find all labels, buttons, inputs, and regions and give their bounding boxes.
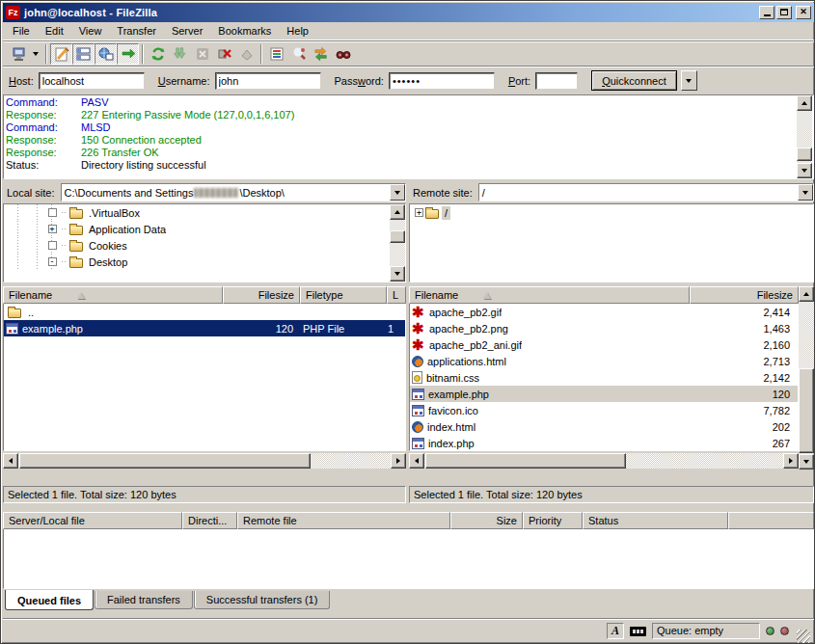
log-line: Response: 150 Connection accepted <box>6 134 811 147</box>
queue-col-direction[interactable]: Directi... <box>182 512 237 529</box>
toggle-transfer-queue-button[interactable] <box>117 43 139 65</box>
directory-filter-button[interactable] <box>265 43 287 65</box>
tree-folder-label[interactable]: Application Data <box>86 223 169 236</box>
php-file-icon <box>412 389 424 400</box>
remote-filename-header[interactable]: Filename <box>409 286 690 304</box>
tree-scroll-up-button[interactable] <box>390 204 405 220</box>
tree-folder-label[interactable]: .VirtualBox <box>86 206 143 220</box>
expander-icon[interactable] <box>48 241 57 250</box>
toggle-remote-tree-button[interactable] <box>95 43 117 65</box>
site-manager-button[interactable] <box>7 43 29 65</box>
menu-item[interactable]: Bookmarks <box>210 23 279 39</box>
file-row[interactable]: apache_pb2.gif 2,414 <box>410 304 798 320</box>
tree-folder-label[interactable]: Desktop <box>86 255 130 269</box>
tree-scroll-down-button[interactable] <box>390 266 405 282</box>
username-input[interactable] <box>215 72 321 90</box>
process-queue-button[interactable] <box>169 43 191 65</box>
local-filename-header[interactable]: Filename <box>3 286 223 304</box>
find-files-button[interactable] <box>332 43 354 65</box>
file-row[interactable]: applications.html 2,713 <box>410 353 798 369</box>
toggle-local-tree-button[interactable] <box>72 43 95 65</box>
reconnect-button[interactable] <box>235 43 258 65</box>
queue-col-priority[interactable]: Priority <box>523 512 583 529</box>
log-scroll-up-button[interactable] <box>797 95 812 111</box>
quickconnect-dropdown-button[interactable] <box>681 70 697 91</box>
queue-header: Server/Local file Directi... Remote file… <box>3 512 814 529</box>
local-filetype-header[interactable]: Filetype <box>300 286 387 304</box>
file-row[interactable]: favicon.ico 7,782 <box>410 402 798 418</box>
remote-site-dropdown-button[interactable] <box>798 184 813 201</box>
file-row[interactable]: bitnami.css 2,142 <box>410 369 798 386</box>
expander-icon[interactable] <box>48 257 57 266</box>
host-input[interactable] <box>39 72 145 90</box>
tree-row[interactable]: Application Data <box>4 221 390 237</box>
menu-item[interactable]: Edit <box>38 23 71 39</box>
file-row[interactable]: .. <box>4 304 405 320</box>
tree-row[interactable]: Desktop <box>4 254 390 270</box>
scroll-left-button[interactable] <box>3 453 18 469</box>
tree-scroll-track[interactable] <box>390 220 405 266</box>
queue-tab[interactable]: Queued files <box>5 590 94 610</box>
local-lastmodified-header[interactable]: L <box>387 286 406 304</box>
minimize-button[interactable] <box>759 6 774 19</box>
tree-folder-label[interactable]: Cookies <box>86 239 130 253</box>
scroll-right-button[interactable] <box>783 453 799 469</box>
queue-tab[interactable]: Failed transfers <box>95 591 193 609</box>
remote-filesize-header[interactable]: Filesize <box>690 286 799 304</box>
log-scroll-thumb[interactable] <box>797 148 812 161</box>
title-bar[interactable]: Fz john@localhost - FileZilla ✕ <box>3 3 814 22</box>
expander-icon[interactable] <box>48 225 57 233</box>
queue-list[interactable] <box>3 529 814 589</box>
resize-grip[interactable] <box>797 630 810 643</box>
directory-comparison-button[interactable] <box>287 43 310 65</box>
file-row[interactable]: index.html 202 <box>410 418 798 435</box>
tree-folder-label[interactable]: / <box>442 206 450 220</box>
disconnect-button[interactable] <box>213 43 235 65</box>
scroll-down-button[interactable] <box>799 454 814 470</box>
menu-item[interactable]: Help <box>279 23 316 39</box>
scroll-left-button[interactable] <box>409 453 424 469</box>
local-site-combo[interactable]: C:\Documents and Settings\Desktop\ <box>61 183 406 201</box>
scroll-thumb[interactable] <box>425 453 626 469</box>
tree-expander-cell <box>42 254 62 270</box>
tree-row[interactable]: / <box>410 204 813 221</box>
quickconnect-button[interactable]: Quickconnect <box>591 70 677 91</box>
refresh-button[interactable] <box>147 43 169 65</box>
port-input[interactable] <box>535 72 578 90</box>
file-row[interactable]: example.php 120 <box>410 386 798 402</box>
queue-col-local-file[interactable]: Server/Local file <box>3 512 182 529</box>
queue-tab[interactable]: Successful transfers (1) <box>194 591 331 609</box>
expander-icon[interactable] <box>48 208 57 217</box>
queue-col-status[interactable]: Status <box>583 512 728 529</box>
log-scroll-down-button[interactable] <box>797 163 812 178</box>
toggle-message-log-button[interactable] <box>50 43 72 65</box>
tree-row[interactable]: Cookies <box>4 237 390 254</box>
password-input[interactable] <box>389 72 495 90</box>
synchronized-browsing-button[interactable] <box>310 43 332 65</box>
local-filesize-header[interactable]: Filesize <box>223 286 300 304</box>
queue-col-remote-file[interactable]: Remote file <box>237 512 450 529</box>
local-site-dropdown-button[interactable] <box>390 184 405 201</box>
file-row[interactable]: example.php 120 PHP File 1 <box>4 320 405 336</box>
expander-icon[interactable] <box>415 208 423 217</box>
menu-item[interactable]: Transfer <box>109 23 164 39</box>
maximize-button[interactable] <box>776 6 792 19</box>
speed-limits-indicator-icon[interactable] <box>630 627 646 636</box>
menu-item[interactable]: Server <box>164 23 210 39</box>
scroll-up-button[interactable] <box>799 286 814 302</box>
tree-row[interactable]: .VirtualBox <box>4 204 390 221</box>
close-button[interactable]: ✕ <box>796 6 811 19</box>
menu-item[interactable]: View <box>71 23 110 39</box>
remote-site-combo[interactable]: / <box>478 183 814 201</box>
file-row[interactable]: apache_pb2_ani.gif 2,160 <box>410 336 798 353</box>
file-row[interactable]: apache_pb2.png 1,463 <box>410 320 798 336</box>
menu-item[interactable]: File <box>5 23 38 39</box>
scroll-thumb[interactable] <box>799 368 814 453</box>
site-manager-dropdown-button[interactable] <box>29 43 42 65</box>
tree-scroll-thumb[interactable] <box>390 230 405 243</box>
scroll-thumb[interactable] <box>19 453 311 469</box>
scroll-right-button[interactable] <box>391 453 406 469</box>
cancel-button[interactable] <box>191 43 213 65</box>
queue-col-size[interactable]: Size <box>450 512 523 529</box>
file-row[interactable]: index.php 267 <box>410 435 798 451</box>
